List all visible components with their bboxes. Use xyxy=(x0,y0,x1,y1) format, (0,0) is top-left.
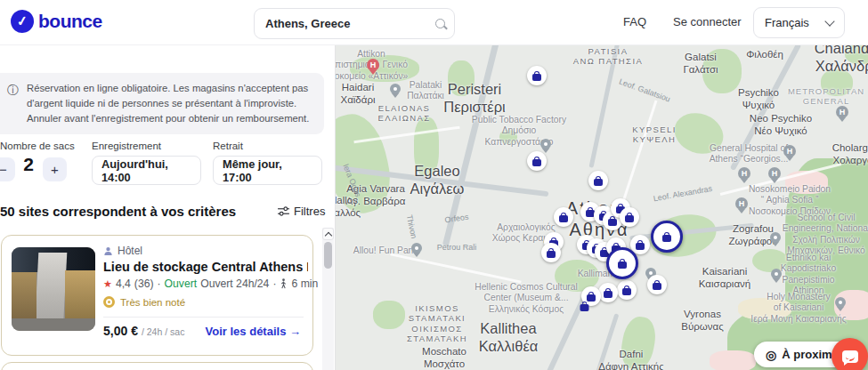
bag-icon xyxy=(594,176,603,186)
map-label: VyronasΒύρωνας xyxy=(681,309,723,334)
map-label: HaidariΧαϊδάρι xyxy=(340,82,375,107)
map-label: Ethniko kaiKapodistriakoPanepistimioAthi… xyxy=(781,253,836,296)
map-label: EgaleoΑιγάλεω xyxy=(410,163,465,198)
checkin-label: Enregistrement xyxy=(92,141,161,151)
hospital-pin: H xyxy=(768,167,781,180)
info-icon: ⓘ xyxy=(7,82,19,100)
bag-icon xyxy=(653,280,661,290)
pickup-select[interactable]: Même jour, 17:00 xyxy=(213,156,322,185)
map-label: IKISMOSSTAMATAKIΟΙΚΙΣΜΟΣΣΤΑΜΑΤΑΚΗ xyxy=(407,303,467,344)
map-label: GalatsiΓαλάτσι xyxy=(683,52,718,76)
search-input[interactable] xyxy=(264,16,435,31)
map-label: MoschatoΜοσχάτο xyxy=(422,346,466,370)
target-icon: ◎ xyxy=(766,349,776,361)
storage-location-marker[interactable] xyxy=(620,207,639,227)
location-search[interactable] xyxy=(254,8,455,39)
details-label: Voir les détails xyxy=(206,325,287,338)
map-label: PalatakiΠαλατάκι xyxy=(407,80,444,102)
map-label: KaisarianiΚαισαριανή xyxy=(699,266,750,291)
chat-bubble-icon xyxy=(842,350,858,363)
bag-icon xyxy=(580,302,588,311)
storage-location-marker[interactable] xyxy=(606,247,638,279)
map-label: Leof. Galatsiou xyxy=(618,77,672,105)
view-details-link[interactable]: Voir les détails → xyxy=(206,325,301,338)
bags-count-value: 2 xyxy=(20,154,37,175)
map-label: Allou! Fun Park xyxy=(353,245,416,256)
road xyxy=(622,100,658,202)
bag-icon xyxy=(547,248,556,258)
road xyxy=(390,253,521,283)
price-value: 5,00 € xyxy=(103,324,138,338)
chat-launcher-button[interactable] xyxy=(831,338,868,370)
hospital-pin: H xyxy=(738,167,750,180)
top-nav: ✓ bounce FAQ Se connecter Français xyxy=(0,0,868,45)
bag-icon xyxy=(604,288,612,298)
map-label: Holy Monasteryof KaisarianiΙερά Μονή Και… xyxy=(750,292,846,325)
list-scrollbar[interactable] xyxy=(322,228,334,370)
listing-photo xyxy=(12,247,95,331)
storage-location-marker[interactable] xyxy=(598,283,618,302)
language-select[interactable]: Français xyxy=(753,7,845,38)
checkin-value: Aujourd'hui, 14:00 xyxy=(101,157,191,184)
storage-location-marker[interactable] xyxy=(651,221,683,253)
storage-location-marker[interactable] xyxy=(588,171,608,190)
language-label: Français xyxy=(765,16,809,29)
map-canvas[interactable]: ◎ À proximité PATISIAΑΝΩ ΠΑΤΗΣΙΑChalandr… xyxy=(335,44,868,370)
filters-button[interactable]: Filtres xyxy=(278,205,325,218)
bag-icon xyxy=(622,286,631,295)
bag-icon xyxy=(625,213,634,222)
storage-listing-card[interactable]: Hôtel Lieu de stockage Central Athens Re… xyxy=(1,235,313,356)
storage-location-marker[interactable] xyxy=(617,280,637,300)
signin-link[interactable]: Se connecter xyxy=(673,15,742,28)
storage-location-marker[interactable] xyxy=(541,243,561,262)
storage-location-marker[interactable] xyxy=(527,151,547,171)
walk-time: 6 min xyxy=(291,278,318,290)
map-label: Orfeos xyxy=(444,213,469,225)
map-label: Φιλοθέη xyxy=(746,49,783,61)
poi-pin xyxy=(390,84,401,94)
results-heading: 50 sites correspondent à vos critères xyxy=(0,204,236,219)
scroll-up-button[interactable] xyxy=(322,228,334,240)
walking-icon xyxy=(280,278,288,289)
rating-value: 4,4 xyxy=(116,278,131,290)
bag-icon xyxy=(608,216,617,226)
poi-pin xyxy=(540,139,551,149)
map-label: Public Tobacco FactoryΔημόσιοΚαπνεργοστά… xyxy=(472,115,566,148)
poi-pin xyxy=(770,232,781,243)
listing-category-row: Hôtel xyxy=(103,245,142,257)
storage-listing-card-next[interactable] xyxy=(1,362,313,370)
storage-location-marker[interactable] xyxy=(579,300,590,312)
checkin-select[interactable]: Aujourd'hui, 14:00 xyxy=(92,156,201,185)
map-label: PsychikoΨυχικό xyxy=(738,87,779,112)
price-row: 5,00 € / 24h / sac xyxy=(103,324,184,338)
bag-icon xyxy=(532,71,541,81)
storage-location-marker[interactable] xyxy=(554,207,573,227)
scrollbar-thumb[interactable] xyxy=(324,242,332,269)
bag-icon xyxy=(532,157,541,166)
increase-bags-button[interactable]: + xyxy=(43,157,67,181)
listing-meta-row: ★ 4,4 (36) · Ouvert Ouvert 24h/24 · 6 mi… xyxy=(103,278,318,290)
storage-location-marker[interactable] xyxy=(647,275,667,294)
map-label: General Hospital ofAthens “Georgios... xyxy=(710,143,789,165)
storage-location-marker[interactable] xyxy=(527,66,547,85)
park-area xyxy=(373,301,405,329)
bags-label: Nombre de sacs xyxy=(0,141,75,151)
filters-icon xyxy=(278,206,289,216)
map-label: ChalandriΧαλάνδρι xyxy=(815,44,868,76)
map-label: KYPSELIΚΥΨΕΛΗ xyxy=(632,125,676,145)
bounce-logo[interactable]: ✓ bounce xyxy=(11,10,102,33)
search-icon xyxy=(435,19,445,28)
hospital-pin: H xyxy=(783,145,796,157)
price-unit: / 24h / sac xyxy=(142,326,184,337)
map-label: METROPOLITANGENERAL xyxy=(788,86,864,107)
map-label: PeristeriΠεριστέρι xyxy=(443,81,505,117)
card-divider xyxy=(103,317,304,318)
map-label: Leof. Alexandras xyxy=(653,184,713,204)
map-label: Neo PsychikoΝέο Ψυχικό xyxy=(750,113,812,138)
arrow-right-icon: → xyxy=(289,325,301,338)
decrease-bags-button[interactable]: − xyxy=(0,157,15,181)
app-window: ✓ bounce FAQ Se connecter Français ⓘ Rés… xyxy=(0,0,868,370)
bag-icon xyxy=(662,232,671,242)
faq-link[interactable]: FAQ xyxy=(623,15,646,28)
bounce-logo-text: bounce xyxy=(38,11,102,32)
